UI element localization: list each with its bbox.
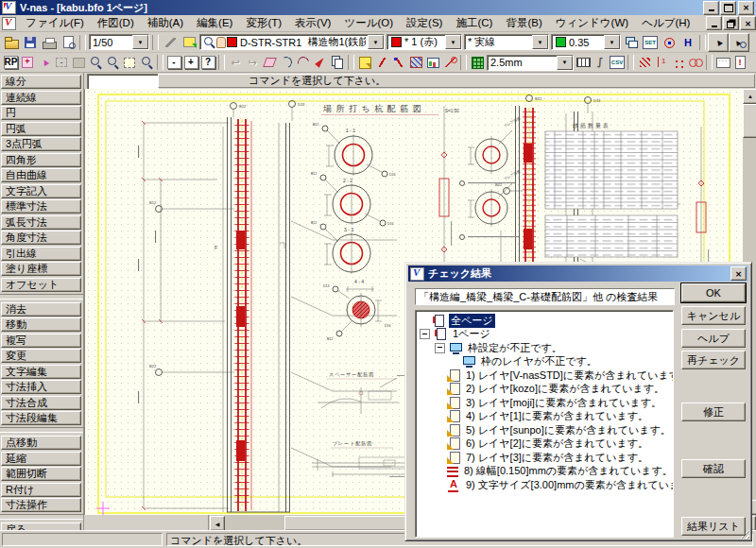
scale-combo[interactable]: 1/50▼ <box>89 34 149 50</box>
mdi-minimize-button[interactable] <box>706 16 722 30</box>
minimize-button[interactable] <box>703 1 719 15</box>
cancel-button[interactable]: キャンセル <box>681 306 746 325</box>
chevron-down-icon[interactable]: ▼ <box>445 35 461 49</box>
confirm-button[interactable]: 確認 <box>681 459 746 478</box>
sidebar-item-polyline[interactable]: 連続線 <box>1 91 81 105</box>
measure-button[interactable]: ∫ <box>592 54 609 71</box>
view-help-button[interactable]: ? <box>199 54 216 71</box>
ok-button[interactable]: OK <box>681 283 746 302</box>
recheck-button[interactable]: 再チェック <box>681 351 746 369</box>
app-icon[interactable] <box>2 1 16 14</box>
sidebar-item-extend-shrink[interactable]: 延縮 <box>1 452 81 466</box>
edit-arc-button[interactable] <box>295 54 312 71</box>
tree-expander-minus-icon[interactable] <box>420 329 430 339</box>
image-insert-button[interactable] <box>424 54 441 71</box>
sidebar-item-dim-arc-length[interactable]: 弧長寸法 <box>1 215 81 230</box>
sidebar-item-dim-insert[interactable]: 寸法挿入 <box>1 380 81 394</box>
menu-background[interactable]: 背景(B) <box>499 15 548 31</box>
attribute-set-button[interactable]: SET <box>641 34 660 51</box>
sidebar-item-text-edit[interactable]: 文字編集 <box>1 365 81 379</box>
sidebar-item-leader-line[interactable]: 引出線 <box>1 247 81 261</box>
current-layer-panel[interactable]: D-STR-STR1構造物1(鉄筋加工図)▼ <box>199 34 385 50</box>
menu-window[interactable]: ウィンドウ(W) <box>549 15 635 31</box>
sidebar-item-range-cut[interactable]: 範囲切断 <box>1 467 81 481</box>
open-button[interactable] <box>2 34 21 51</box>
horizontal-scroll-thumb[interactable] <box>284 516 409 531</box>
attribute-copy-button[interactable]: H <box>679 34 697 51</box>
fix-button[interactable]: 修正 <box>681 402 746 421</box>
result-list-button[interactable]: 結果リスト <box>681 517 746 536</box>
select-pan-button[interactable] <box>70 54 87 71</box>
scroll-left-button[interactable]: ◀ <box>210 516 225 531</box>
search-icon[interactable] <box>202 36 216 49</box>
dimension-vertical-button[interactable] <box>653 54 670 71</box>
csv-output-button[interactable]: CSV <box>609 54 626 71</box>
zoom-window-button[interactable] <box>121 54 138 71</box>
dialog-close-button[interactable]: × <box>730 266 747 281</box>
menu-tool[interactable]: ツール(O) <box>337 15 400 31</box>
sidebar-item-dim-standard[interactable]: 標準寸法 <box>1 199 81 214</box>
sidebar-item-arc-3point[interactable]: 3点円弧 <box>1 137 81 151</box>
vertical-scroll-thumb[interactable] <box>743 104 756 138</box>
menu-help[interactable]: ヘルプ(H) <box>635 15 696 31</box>
page-list-button[interactable] <box>329 54 346 71</box>
zoom-pointer-mode-button[interactable] <box>729 33 749 52</box>
tree-item-10[interactable]: 7) レイヤ[3]に要素が含まれています。 <box>418 451 673 465</box>
select-arrow-button[interactable] <box>36 54 53 71</box>
element-info-button[interactable] <box>622 34 641 51</box>
tree-item-6[interactable]: 3) レイヤ[moji]に要素が含まれています。 <box>418 396 673 410</box>
help-button[interactable]: ヘルプ <box>681 329 746 348</box>
sidebar-item-circle[interactable]: 円 <box>1 106 81 120</box>
menu-view[interactable]: 表示(V) <box>288 15 337 31</box>
menu-transform[interactable]: 変形(T) <box>239 15 288 31</box>
hatch-draw-button[interactable] <box>636 54 653 71</box>
circle-style-button[interactable] <box>687 54 704 71</box>
tree-item-2[interactable]: 枠設定が不正です。 <box>418 341 673 355</box>
sidebar-item-fillet[interactable]: R付け <box>1 483 81 497</box>
result-tree[interactable]: 全ページ1ページ枠設定が不正です。枠のレイヤが不正です。1) レイヤ[V-nas… <box>415 310 674 538</box>
sidebar-item-offset[interactable]: オフセット <box>1 278 81 292</box>
scroll-up-button[interactable]: ▲ <box>743 89 756 104</box>
dimension-style-button[interactable] <box>714 54 731 71</box>
zoom-fit-button[interactable] <box>138 54 155 71</box>
view-plus-button[interactable]: + <box>182 54 199 71</box>
snap-mode-button[interactable] <box>161 34 180 51</box>
page-add-button[interactable] <box>356 54 373 71</box>
tree-item-9[interactable]: 6) レイヤ[2]に要素が含まれています。 <box>418 437 673 452</box>
tree-item-0[interactable]: 全ページ <box>418 314 673 328</box>
sidebar-item-fill-coordinate[interactable]: 塗り座標 <box>1 262 81 276</box>
menu-file[interactable]: ファイル(F) <box>19 15 91 31</box>
command-input[interactable] <box>87 74 159 90</box>
tree-item-5[interactable]: 2) レイヤ[kozo]に要素が含まれています。 <box>418 383 673 397</box>
sidebar-item-move[interactable]: 移動 <box>1 317 81 332</box>
sidebar-item-spline[interactable]: 自由曲線 <box>1 168 81 182</box>
sidebar-item-line[interactable]: 線分 <box>1 75 81 89</box>
erase-partial-button[interactable] <box>261 54 278 71</box>
pointer-mode-button[interactable] <box>708 33 729 52</box>
document-icon[interactable] <box>2 17 16 30</box>
text-frame-button[interactable] <box>731 54 748 71</box>
hand-icon[interactable] <box>216 37 226 48</box>
text-settings-button[interactable] <box>469 54 486 71</box>
text-size-combo[interactable]: 2.5mm▼ <box>487 55 574 71</box>
menu-edit[interactable]: 編集(E) <box>190 15 239 31</box>
sidebar-item-change[interactable]: 変更 <box>1 349 81 363</box>
redraw-button[interactable] <box>312 54 329 71</box>
sidebar-item-dim-merge[interactable]: 寸法合成 <box>1 396 81 410</box>
sidebar-item-dim-operate[interactable]: 寸法操作 <box>1 498 81 512</box>
zoom-in-button[interactable] <box>87 54 104 71</box>
select-add-button[interactable]: + <box>19 54 36 71</box>
chevron-down-icon[interactable]: ▼ <box>368 35 384 49</box>
linetype-combo[interactable]: * 実線▼ <box>464 34 549 50</box>
attribute-get-button[interactable] <box>660 34 679 51</box>
dialog-title-bar[interactable]: チェック結果 × <box>408 265 748 282</box>
linewidth-combo[interactable]: 0.35▼ <box>551 34 621 50</box>
sidebar-item-point-move[interactable]: 点移動 <box>1 436 81 450</box>
polyline-freehand-button[interactable] <box>390 54 407 71</box>
tree-item-11[interactable]: 8) 線幅[0.150]mmの要素が含まれています。 <box>418 465 673 479</box>
sidebar-item-dim-row-edit[interactable]: 寸法段編集 <box>1 411 81 425</box>
select-remove-button[interactable]: - <box>53 54 70 71</box>
cell-edit-button[interactable] <box>575 54 592 71</box>
print-button[interactable] <box>40 34 59 51</box>
menu-construction[interactable]: 施工(C) <box>449 15 499 31</box>
